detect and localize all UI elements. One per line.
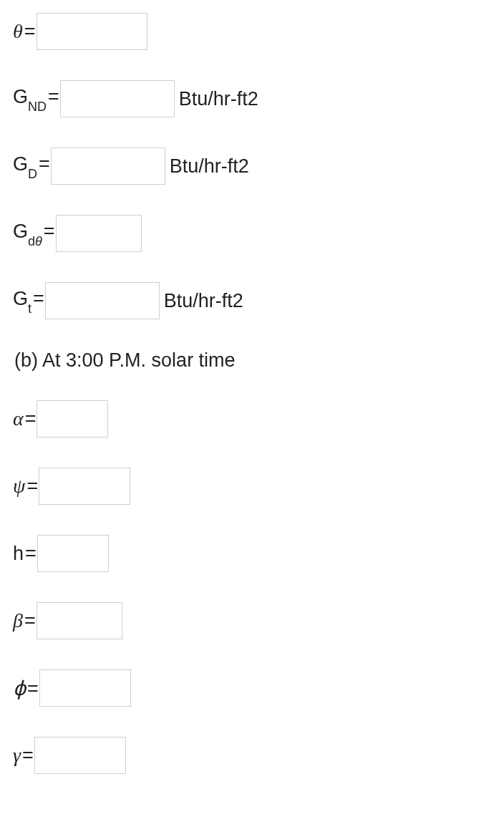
row-phi: ϕ= (13, 669, 491, 707)
row-beta: β= (13, 602, 491, 639)
row-h: h= (13, 535, 491, 572)
label-gdtheta: Gdθ= (13, 221, 56, 246)
label-psi: ψ= (13, 475, 39, 498)
row-gd: GD= Btu/hr-ft2 (13, 147, 491, 185)
input-gnd[interactable] (60, 80, 175, 117)
unit-gd: Btu/hr-ft2 (170, 155, 249, 178)
input-alpha[interactable] (37, 400, 108, 437)
label-beta: β= (13, 609, 37, 632)
heading-part-b: (b) At 3:00 P.M. solar time (14, 349, 491, 372)
row-theta: θ= (13, 13, 491, 50)
label-phi: ϕ= (13, 677, 39, 700)
label-theta: θ= (13, 20, 37, 43)
input-gt[interactable] (45, 282, 160, 319)
input-theta[interactable] (37, 13, 147, 50)
label-gd: GD= (13, 153, 51, 178)
label-alpha: α= (13, 407, 37, 430)
label-gnd: GND= (13, 86, 60, 111)
input-beta[interactable] (37, 602, 122, 639)
row-gnd: GND= Btu/hr-ft2 (13, 80, 491, 117)
row-psi: ψ= (13, 468, 491, 505)
row-gt: Gt= Btu/hr-ft2 (13, 282, 491, 319)
unit-gnd: Btu/hr-ft2 (179, 88, 258, 110)
input-psi[interactable] (39, 468, 130, 505)
label-h: h= (13, 543, 37, 565)
row-gdtheta: Gdθ= (13, 215, 491, 252)
input-h[interactable] (37, 535, 109, 572)
row-alpha: α= (13, 400, 491, 437)
input-gdtheta[interactable] (56, 215, 142, 252)
label-gamma: γ= (13, 744, 34, 767)
label-gt: Gt= (13, 288, 45, 313)
input-phi[interactable] (39, 669, 131, 707)
input-gamma[interactable] (34, 737, 126, 774)
input-gd[interactable] (51, 147, 165, 185)
unit-gt: Btu/hr-ft2 (164, 290, 243, 312)
row-gamma: γ= (13, 737, 491, 774)
